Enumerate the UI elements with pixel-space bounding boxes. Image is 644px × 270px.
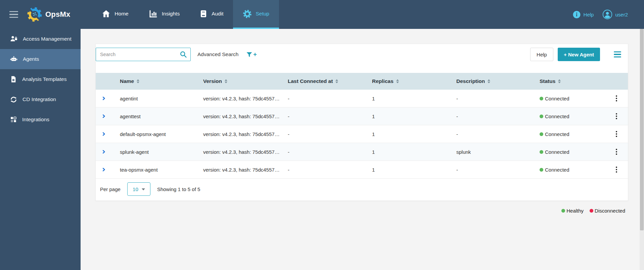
sidebar-item-label: CD Integration <box>22 96 56 102</box>
per-page-value: 10 <box>133 186 138 192</box>
tab-home[interactable]: Home <box>92 0 138 29</box>
cell-version: version: v4.2.3, hash: 75dc4557… <box>203 131 288 137</box>
cell-last-connected: - <box>288 149 372 155</box>
sort-icon[interactable] <box>396 79 399 83</box>
sidebar-item-agents[interactable]: Agents <box>0 49 81 69</box>
cell-description: - <box>456 114 540 119</box>
column-replicas[interactable]: Replicas <box>372 78 456 84</box>
help-link[interactable]: Help <box>572 10 594 19</box>
tab-label: Setup <box>256 11 269 17</box>
sort-icon[interactable] <box>225 79 227 83</box>
column-description[interactable]: Description <box>456 78 540 84</box>
disconnected-dot-icon <box>590 209 593 213</box>
table-row[interactable]: splunk-agent version: v4.2.3, hash: 75dc… <box>96 143 628 161</box>
sidebar-item-analysis-templates[interactable]: Analysis Templates <box>0 69 81 89</box>
cell-last-connected: - <box>288 114 372 119</box>
scrollbar[interactable] <box>640 29 644 270</box>
sort-icon[interactable] <box>335 79 338 83</box>
filter-plus-icon[interactable]: + <box>246 51 257 58</box>
sidebar-item-label: Access Management <box>23 36 72 42</box>
expand-row-icon[interactable] <box>102 96 106 100</box>
sidebar-item-label: Agents <box>23 56 39 62</box>
sort-icon[interactable] <box>488 79 490 83</box>
cell-description: - <box>456 96 540 101</box>
brand[interactable]: OpsMx <box>27 7 70 22</box>
tab-insights[interactable]: Insights <box>138 0 189 29</box>
list-menu-icon[interactable] <box>614 51 621 58</box>
agents-toolbar: Advanced Search + Help + New Agent <box>96 44 628 61</box>
column-version[interactable]: Version <box>203 78 288 84</box>
row-actions-icon[interactable] <box>605 113 628 119</box>
sort-icon[interactable] <box>137 79 139 83</box>
table-row[interactable]: tea-opsmx-agent version: v4.2.3, hash: 7… <box>96 161 628 179</box>
username-label: user2 <box>615 12 628 17</box>
healthy-dot-icon <box>561 209 565 213</box>
cell-replicas: 1 <box>372 131 456 137</box>
nav-tabs: Home Insights Audit <box>92 0 279 29</box>
menu-icon[interactable] <box>9 11 18 18</box>
main-content: Advanced Search + Help + New Agent <box>81 29 644 270</box>
column-name[interactable]: Name <box>120 78 203 84</box>
agents-panel: Advanced Search + Help + New Agent <box>95 44 628 201</box>
per-page-select[interactable]: 10 <box>127 182 150 196</box>
funnel-icon <box>246 51 253 58</box>
cell-status: Connected <box>540 131 605 137</box>
help-label: Help <box>584 12 594 17</box>
sidebar-item-label: Analysis Templates <box>22 76 66 82</box>
cell-replicas: 1 <box>372 114 456 119</box>
search-box <box>96 48 191 61</box>
cell-status: Connected <box>540 149 605 155</box>
cell-name: agenttest <box>120 114 203 119</box>
sidebar-item-cd-integration[interactable]: CD Integration <box>0 89 81 109</box>
status-dot-connected <box>540 115 543 118</box>
sidebar-item-access-management[interactable]: Access Management <box>0 29 81 49</box>
cell-status: Connected <box>540 167 605 173</box>
file-gear-icon <box>10 76 17 83</box>
expand-row-icon[interactable] <box>102 132 106 136</box>
navbar-left: OpsMx <box>0 0 70 29</box>
column-last-connected[interactable]: Last Connected at <box>288 78 372 84</box>
table-row[interactable]: agenttest version: v4.2.3, hash: 75dc455… <box>96 107 628 125</box>
sidebar-item-integrations[interactable]: Integrations <box>0 109 81 130</box>
expand-row-icon[interactable] <box>102 150 106 154</box>
new-agent-button[interactable]: + New Agent <box>558 48 600 61</box>
scrollbar-thumb[interactable] <box>640 29 644 230</box>
status-dot-connected <box>540 150 543 154</box>
column-status[interactable]: Status <box>540 78 605 84</box>
table-row[interactable]: agentint version: v4.2.3, hash: 75dc4557… <box>96 90 628 107</box>
status-legend: Healthy Disconnected <box>95 208 628 214</box>
cell-status: Connected <box>540 96 605 101</box>
search-icon[interactable] <box>179 50 187 58</box>
expand-row-icon[interactable] <box>102 168 106 172</box>
status-dot-connected <box>540 132 543 136</box>
sort-icon[interactable] <box>558 79 561 83</box>
user-menu[interactable]: user2 <box>602 9 628 19</box>
home-icon <box>101 9 111 18</box>
gear-icon <box>243 9 252 18</box>
opsmx-app: OpsMx Home Insights <box>0 0 644 270</box>
expand-row-icon[interactable] <box>102 114 106 118</box>
agents-table: Name Version Last Connected at Replicas … <box>96 73 628 179</box>
avatar-icon <box>602 9 612 19</box>
row-actions-icon[interactable] <box>605 95 628 101</box>
chevron-down-icon <box>142 188 145 190</box>
row-actions-icon[interactable] <box>605 167 628 173</box>
search-input[interactable] <box>96 48 191 61</box>
brand-name: OpsMx <box>45 10 70 19</box>
cell-description: - <box>456 167 540 173</box>
row-actions-icon[interactable] <box>605 149 628 155</box>
tab-audit[interactable]: Audit <box>189 0 233 29</box>
table-row[interactable]: default-opsmx-agent version: v4.2.3, has… <box>96 125 628 143</box>
top-navbar: OpsMx Home Insights <box>0 0 644 29</box>
tab-setup[interactable]: Setup <box>233 0 279 29</box>
opsmx-logo-icon <box>27 7 42 22</box>
cell-replicas: 1 <box>372 167 456 173</box>
legend-healthy: Healthy <box>561 208 584 214</box>
advanced-search-link[interactable]: Advanced Search <box>197 51 238 57</box>
info-icon <box>572 10 581 19</box>
help-button[interactable]: Help <box>530 48 553 61</box>
cell-last-connected: - <box>288 96 372 101</box>
cell-replicas: 1 <box>372 96 456 101</box>
navbar-right: Help user2 <box>572 0 644 29</box>
row-actions-icon[interactable] <box>605 131 628 137</box>
